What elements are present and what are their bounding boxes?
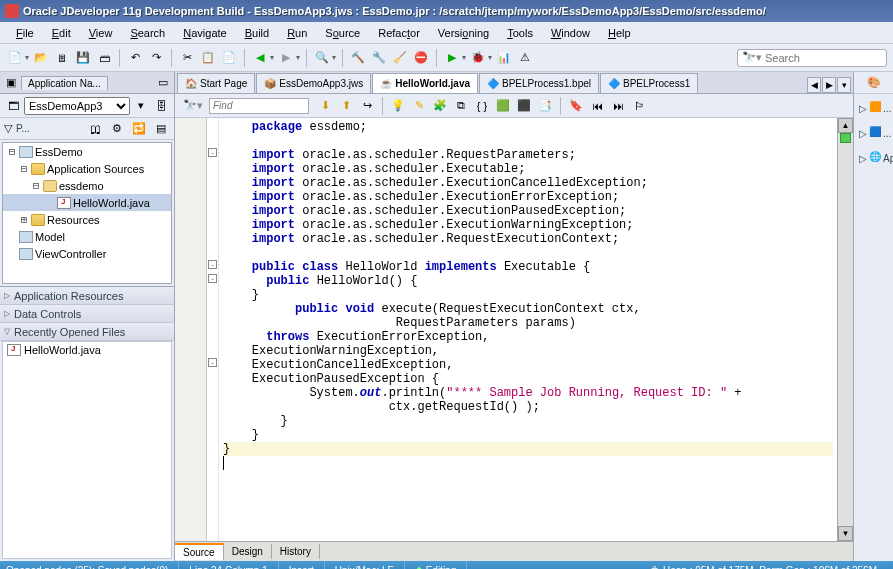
menu-help[interactable]: Help <box>600 25 639 41</box>
tab-bpelprocess1[interactable]: 🔷BPELProcess1 <box>600 73 698 93</box>
fold-gutter[interactable]: - - - - <box>207 118 219 541</box>
menu-view[interactable]: View <box>81 25 121 41</box>
palette-icon[interactable]: 🎨 <box>865 74 883 92</box>
expand-toggle[interactable]: ⊟ <box>19 162 29 175</box>
qfix-button[interactable]: 💡 <box>389 97 407 115</box>
expand-toggle[interactable]: ⊟ <box>31 179 41 192</box>
braces-button[interactable]: { } <box>473 97 491 115</box>
gen-button[interactable]: ⬛ <box>515 97 533 115</box>
find-button[interactable]: 🔍 <box>313 49 331 67</box>
fold-toggle[interactable]: - <box>208 274 217 283</box>
back-button[interactable]: ◀ <box>251 49 269 67</box>
menu-search[interactable]: Search <box>122 25 173 41</box>
fold-toggle[interactable]: - <box>208 260 217 269</box>
find-input[interactable] <box>209 98 309 114</box>
tab-bpelprocess1-bpel[interactable]: 🔷BPELProcess1.bpel <box>479 73 599 93</box>
tree-node-essdemo[interactable]: ⊟EssDemo <box>3 143 171 160</box>
rebuild-button[interactable]: 🔧 <box>370 49 388 67</box>
cut-button[interactable]: ✂ <box>178 49 196 67</box>
tab-essdemoapp3-jws[interactable]: 📦EssDemoApp3.jws <box>256 73 371 93</box>
tree-btn2[interactable]: ⚙ <box>108 120 126 138</box>
save-button[interactable]: 💾 <box>74 49 92 67</box>
app-nav-tab[interactable]: Application Na... <box>21 76 108 90</box>
tab-list-button[interactable]: ▾ <box>837 77 851 93</box>
fold-toggle[interactable]: - <box>208 358 217 367</box>
tree-node-model[interactable]: Model <box>3 228 171 245</box>
debug-button[interactable]: 🐞 <box>469 49 487 67</box>
menu-tools[interactable]: Tools <box>499 25 541 41</box>
bm-clear-button[interactable]: 🏳 <box>630 97 648 115</box>
menu-run[interactable]: Run <box>279 25 315 41</box>
accordion-application-resources[interactable]: ▷Application Resources <box>0 287 174 305</box>
organize-button[interactable]: 📑 <box>536 97 554 115</box>
menu-build[interactable]: Build <box>237 25 277 41</box>
redo-button[interactable]: ↷ <box>147 49 165 67</box>
project-tree[interactable]: ⊟EssDemo⊟Application Sources⊟essdemoHell… <box>2 142 172 284</box>
assist-button[interactable]: 🧩 <box>431 97 449 115</box>
search-input[interactable] <box>765 52 875 64</box>
recent-file-item[interactable]: HelloWorld.java <box>3 342 171 358</box>
tab-start-page[interactable]: 🏠Start Page <box>177 73 255 93</box>
minimize-panel-button[interactable]: ▭ <box>156 76 170 90</box>
accordion-data-controls[interactable]: ▷Data Controls <box>0 305 174 323</box>
expand-projects-button[interactable]: ▽ <box>4 122 12 135</box>
menu-source[interactable]: Source <box>317 25 368 41</box>
menu-versioning[interactable]: Versioning <box>430 25 497 41</box>
dock-icon[interactable]: ▣ <box>4 76 18 90</box>
profile-button[interactable]: 📊 <box>495 49 513 67</box>
audit-button[interactable]: ⚠ <box>516 49 534 67</box>
tab-prev-button[interactable]: ◀ <box>807 77 821 93</box>
app-button[interactable]: 🗏 <box>53 49 71 67</box>
tree-node-application-sources[interactable]: ⊟Application Sources <box>3 160 171 177</box>
dock-item-...[interactable]: ▷ 🟦 ... <box>857 122 890 144</box>
dock-item-Ap[interactable]: ▷ 🌐 Ap <box>857 147 890 169</box>
expand-toggle[interactable]: ⊟ <box>7 145 17 158</box>
code-editor[interactable]: - - - - package essdemo; import oracle.a… <box>175 118 853 541</box>
trash-icon[interactable]: 🗑 <box>650 565 660 570</box>
bm-toggle-button[interactable]: 🔖 <box>567 97 585 115</box>
tree-node-helloworld-java[interactable]: HelloWorld.java <box>3 194 171 211</box>
tree-node-viewcontroller[interactable]: ViewController <box>3 245 171 262</box>
bm-next-button[interactable]: ⏭ <box>609 97 627 115</box>
run-button[interactable]: ▶ <box>443 49 461 67</box>
menu-file[interactable]: File <box>8 25 42 41</box>
tree-node-essdemo[interactable]: ⊟essdemo <box>3 177 171 194</box>
menu-navigate[interactable]: Navigate <box>175 25 234 41</box>
vertical-scrollbar[interactable]: ▲ ▼ <box>837 118 853 541</box>
accordion-recently-opened-files[interactable]: ▽Recently Opened Files <box>0 323 174 341</box>
code-content[interactable]: package essdemo; import oracle.as.schedu… <box>219 118 837 541</box>
paste-button[interactable]: 📄 <box>220 49 238 67</box>
global-search[interactable]: 🔭▾ <box>737 49 887 67</box>
make-button[interactable]: 🔨 <box>349 49 367 67</box>
tab-helloworld-java[interactable]: ☕HelloWorld.java <box>372 73 478 93</box>
menu-edit[interactable]: Edit <box>44 25 79 41</box>
menu-refactor[interactable]: Refactor <box>370 25 428 41</box>
scroll-up-button[interactable]: ▲ <box>838 118 853 133</box>
copy-button[interactable]: 📋 <box>199 49 217 67</box>
surround-button[interactable]: ⧉ <box>452 97 470 115</box>
forward-button[interactable]: ▶ <box>277 49 295 67</box>
proj-filter-button[interactable]: 🗄 <box>152 97 170 115</box>
undo-button[interactable]: ↶ <box>126 49 144 67</box>
bm-prev-button[interactable]: ⏮ <box>588 97 606 115</box>
reformat-button[interactable]: 🟩 <box>494 97 512 115</box>
new-button[interactable]: 📄 <box>6 49 24 67</box>
project-select[interactable]: EssDemoApp3 <box>24 97 130 115</box>
open-button[interactable]: 📂 <box>32 49 50 67</box>
find-prev-button[interactable]: ⬇ <box>316 97 334 115</box>
fold-toggle[interactable]: - <box>208 148 217 157</box>
menu-window[interactable]: Window <box>543 25 598 41</box>
dock-item-...[interactable]: ▷ 🟧 ... <box>857 97 890 119</box>
scroll-down-button[interactable]: ▼ <box>838 526 853 541</box>
proj-dropdown-icon[interactable]: 🗔 <box>4 97 22 115</box>
clean-button[interactable]: 🧹 <box>391 49 409 67</box>
goto-button[interactable]: ↪ <box>358 97 376 115</box>
tree-btn1[interactable]: 🕮 <box>86 120 104 138</box>
tree-btn4[interactable]: ▤ <box>152 120 170 138</box>
view-tab-source[interactable]: Source <box>175 543 224 560</box>
view-tab-history[interactable]: History <box>272 544 320 559</box>
expand-toggle[interactable]: ⊞ <box>19 213 29 226</box>
view-tab-design[interactable]: Design <box>224 544 272 559</box>
find-next-button[interactable]: ⬆ <box>337 97 355 115</box>
tab-next-button[interactable]: ▶ <box>822 77 836 93</box>
